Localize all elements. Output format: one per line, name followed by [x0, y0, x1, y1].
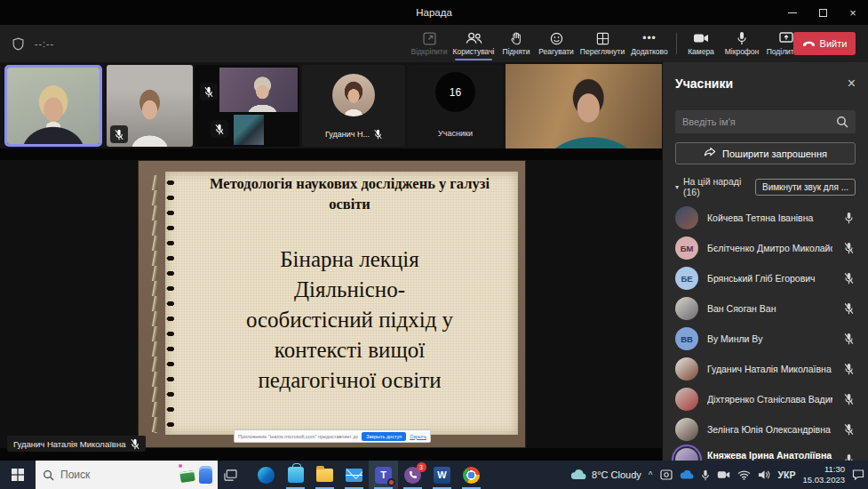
close-button[interactable]: ×: [838, 0, 868, 25]
spiral-rings: [162, 175, 178, 433]
participants-count: 16: [435, 72, 475, 112]
participant-row[interactable]: Діхтяренко Станіслава Вадимів...: [675, 384, 856, 414]
participants-count-tile[interactable]: 16 Учасники: [408, 65, 503, 147]
muted-mic-icon: [110, 125, 128, 143]
muted-mic-icon: [131, 438, 139, 450]
smiley-icon: [550, 31, 563, 45]
close-icon: ×: [849, 6, 856, 20]
toolbar-participants-button[interactable]: Користувачі: [450, 25, 498, 62]
minimize-button[interactable]: [777, 0, 808, 25]
video-tile-group[interactable]: [195, 65, 299, 147]
avatar-initials: ВВ: [675, 327, 698, 350]
taskbar-app-explorer[interactable]: [310, 461, 339, 489]
action-center-icon[interactable]: [852, 469, 864, 480]
avatar: [675, 297, 698, 320]
participant-row[interactable]: Зелінга Юлія Олександрівна: [675, 414, 856, 445]
taskbar-app-edge[interactable]: [251, 461, 281, 489]
letterbox-top: [0, 148, 662, 160]
meeting-stage: Гуданич Н... 16 Учасники: [0, 62, 662, 461]
taskbar-app-viber[interactable]: 3: [398, 461, 427, 489]
search-input[interactable]: [682, 116, 836, 127]
toolbar-separator: [676, 33, 677, 54]
participant-row[interactable]: БМ Бєлітченко Дмитро Миколайов...: [675, 233, 856, 263]
meeting-timer: --:--: [35, 38, 54, 49]
mic-on-icon: [841, 212, 856, 224]
raised-hand-icon: [511, 31, 522, 45]
shield-icon: [12, 37, 24, 51]
taskbar-app-word[interactable]: W: [427, 461, 457, 489]
toolbar-mic-button[interactable]: Мікрофон: [721, 25, 763, 62]
start-button[interactable]: [0, 461, 36, 489]
mic-off-icon: [841, 272, 856, 285]
slide-line: педагогічної освіти: [179, 365, 520, 396]
search-icon: [43, 469, 54, 481]
volume-icon[interactable]: [758, 469, 771, 480]
video-tile-active-speaker[interactable]: [4, 65, 102, 147]
participant-row[interactable]: ВВ Ву Минли Ву: [675, 324, 856, 354]
language-indicator[interactable]: УКР: [778, 469, 796, 480]
hidden-icons-chevron[interactable]: ^: [649, 470, 653, 480]
hide-notification-link[interactable]: Скрыть: [410, 434, 426, 439]
participant-row[interactable]: Койчева Тетяна Іванівна: [675, 203, 856, 233]
stop-sharing-button[interactable]: Закрыть доступ: [362, 432, 406, 441]
share-notification-text: Приложение "teams.microsoft.com" предост…: [238, 434, 358, 439]
taskbar-app-mail[interactable]: [339, 461, 369, 489]
weather-widget[interactable]: 8°C Cloudy: [570, 469, 641, 480]
video-tile-large[interactable]: [506, 64, 662, 148]
leave-button[interactable]: Вийти: [793, 32, 856, 55]
slide-title: Методологія наукових досліджень у галузі…: [179, 173, 520, 214]
toolbar-more-button[interactable]: ••• Додатково: [627, 25, 672, 62]
participant-row[interactable]: Гуданич Наталія Миколаївна: [675, 354, 856, 384]
toolbar-raise-hand-button[interactable]: Підняти: [498, 25, 535, 62]
muted-mic-icon: [200, 83, 218, 100]
titlebar: Нарада ×: [0, 0, 868, 25]
video-feed: [234, 115, 264, 145]
mute-all-button[interactable]: Вимкнути звук для ...: [755, 179, 856, 196]
mail-icon: [346, 469, 362, 482]
participants-panel: Учасники × Поширити запрошення ▾ На цій …: [662, 62, 868, 461]
chevron-down-icon[interactable]: ▾: [675, 183, 679, 191]
video-feed: [506, 64, 662, 148]
meet-now-icon[interactable]: [660, 469, 673, 480]
camera-icon: [693, 31, 709, 45]
share-screen-icon: [779, 31, 793, 45]
tray-camera-icon[interactable]: [717, 470, 730, 479]
cloud-icon: [570, 469, 586, 480]
participant-search[interactable]: [675, 110, 856, 133]
toolbar-open-button[interactable]: Відкріпити: [409, 25, 450, 62]
tray-mic-icon[interactable]: [701, 469, 710, 481]
taskbar-app-teams[interactable]: T: [369, 461, 398, 489]
video-feed: [7, 68, 100, 144]
onedrive-icon[interactable]: [680, 470, 694, 479]
busy-presence-dot: [387, 478, 395, 486]
mic-off-icon: [841, 302, 856, 315]
avatar-tile[interactable]: Гуданич Н...: [302, 65, 405, 147]
mic-off-icon: [841, 363, 856, 375]
minimize-icon: [788, 12, 797, 13]
taskbar-app-store[interactable]: [281, 461, 310, 489]
restore-button[interactable]: [808, 0, 838, 25]
video-tile-2[interactable]: [107, 65, 193, 147]
taskbar-app-chrome[interactable]: [457, 461, 486, 489]
taskbar-clock[interactable]: 11:30 15.03.2023: [802, 464, 845, 485]
toolbar-view-button[interactable]: Переглянути: [577, 25, 627, 62]
section-label: На цій нараді (16): [683, 176, 755, 197]
participant-row[interactable]: Ван Сяоган Ван: [675, 293, 856, 324]
toolbar-react-button[interactable]: Реагувати: [535, 25, 577, 62]
panel-close-icon[interactable]: ×: [848, 76, 856, 91]
wifi-icon[interactable]: [737, 469, 751, 480]
slide-line: контексті вищої: [179, 335, 520, 365]
meeting-toolbar: --:-- Відкріпити Користувачі Підняти: [0, 25, 868, 62]
panel-title: Учасники: [675, 76, 733, 91]
muted-mic-icon: [211, 120, 228, 138]
toolbar-camera-button[interactable]: Камера: [681, 25, 721, 62]
share-invite-button[interactable]: Поширити запрошення: [675, 142, 856, 164]
chrome-icon: [463, 467, 480, 484]
participant-row[interactable]: БЕ Брянський Гліб Егорович: [675, 263, 856, 293]
slide-line: Діяльнісно-: [179, 275, 520, 305]
task-view-button[interactable]: [218, 461, 243, 489]
taskbar-search[interactable]: [36, 461, 218, 489]
search-icon: [836, 116, 848, 128]
browser-share-notification: Приложение "teams.microsoft.com" предост…: [234, 429, 431, 443]
presentation-slide: Методологія наукових досліджень у галузі…: [138, 160, 526, 448]
